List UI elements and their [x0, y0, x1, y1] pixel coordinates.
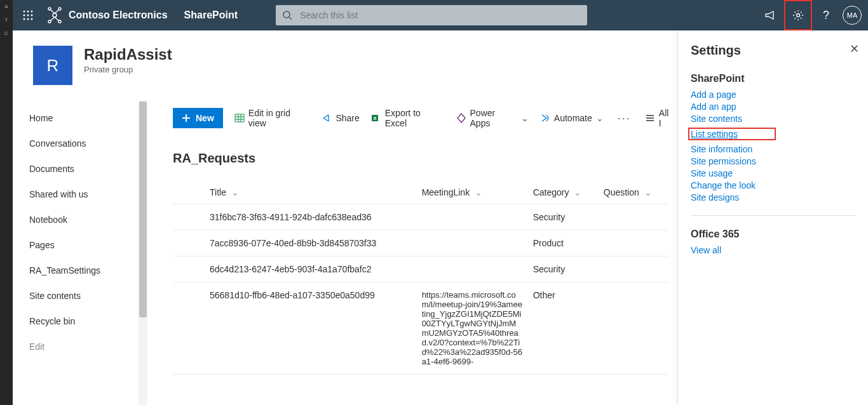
svg-point-5 — [31, 15, 33, 17]
chevron-down-icon: ⌄ — [596, 113, 604, 123]
list-title: RA_Requests — [173, 151, 661, 166]
command-bar: New Edit in grid view Share X Export to … — [160, 100, 674, 136]
close-icon[interactable]: ✕ — [850, 42, 859, 56]
table-row[interactable]: 31f6bc78-3f63-4911-924b-dafc638ead36Secu… — [173, 204, 668, 230]
svg-rect-16 — [235, 114, 244, 122]
cell-category[interactable]: Security — [528, 204, 599, 230]
chevron-down-icon: ⌄ — [229, 187, 239, 197]
list-table: Title ⌄ MeetingLink ⌄ Category ⌄ Questio… — [173, 181, 668, 375]
search-input[interactable] — [299, 10, 581, 21]
svg-point-1 — [27, 11, 29, 13]
edit-grid-button[interactable]: Edit in grid view — [234, 108, 311, 128]
share-button[interactable]: Share — [322, 113, 359, 123]
col-category[interactable]: Category ⌄ — [528, 181, 599, 204]
automate-label: Automate — [554, 113, 592, 123]
brand-logo-icon — [46, 6, 64, 24]
svg-point-3 — [24, 15, 25, 17]
site-logo[interactable]: R — [33, 46, 72, 85]
link-site-designs[interactable]: Site designs — [691, 192, 855, 202]
cell-question[interactable] — [599, 256, 668, 282]
power-apps-button[interactable]: Power Apps ⌄ — [456, 108, 529, 128]
search-box[interactable] — [276, 5, 587, 25]
cell-meetinglink[interactable] — [417, 256, 528, 282]
nav-home[interactable]: Home — [29, 105, 147, 131]
svg-point-14 — [283, 11, 290, 18]
view-selector[interactable]: All I — [645, 108, 674, 128]
cell-category[interactable]: Other — [528, 282, 599, 375]
svg-point-8 — [31, 18, 33, 20]
cell-title[interactable]: 6dc4d213-6247-4eb5-903f-4a1a70fbafc2 — [205, 256, 417, 282]
powerapps-icon — [456, 113, 466, 123]
automate-icon — [540, 113, 550, 123]
nav-conversations[interactable]: Conversations — [29, 131, 147, 156]
cell-meetinglink[interactable] — [417, 204, 528, 230]
site-title[interactable]: RapidAssist — [84, 46, 172, 63]
cell-meetinglink[interactable] — [417, 230, 528, 256]
nav-ra-teamsettings[interactable]: RA_TeamSettings — [29, 258, 147, 283]
app-launcher-icon[interactable] — [13, 0, 43, 30]
cell-category[interactable]: Security — [528, 256, 599, 282]
chevron-down-icon: ⌄ — [571, 187, 581, 197]
nav-edit[interactable]: Edit — [29, 334, 147, 359]
link-change-the-look[interactable]: Change the look — [691, 180, 855, 190]
share-icon — [322, 113, 332, 123]
nav-documents[interactable]: Documents — [29, 156, 147, 182]
nav-shared-with-us[interactable]: Shared with us — [29, 182, 147, 207]
user-avatar[interactable]: MA — [843, 6, 862, 25]
svg-point-9 — [53, 13, 57, 17]
svg-point-6 — [24, 18, 25, 20]
edit-grid-label: Edit in grid view — [248, 108, 311, 128]
leftnav-scrollbar[interactable] — [139, 100, 147, 405]
svg-point-2 — [31, 11, 33, 13]
left-navigation: Home Conversations Documents Shared with… — [13, 100, 147, 405]
nav-pages[interactable]: Pages — [29, 232, 147, 258]
search-icon — [282, 10, 292, 20]
link-add-a-page[interactable]: Add a page — [691, 90, 855, 100]
panel-title: Settings — [691, 43, 855, 58]
link-site-usage[interactable]: Site usage — [691, 168, 855, 178]
new-button[interactable]: New — [173, 108, 223, 128]
cell-question[interactable] — [599, 282, 668, 375]
link-site-information[interactable]: Site information — [691, 144, 855, 154]
table-row[interactable]: 56681d10-ffb6-48ed-a107-3350e0a50d99http… — [173, 282, 668, 375]
cell-category[interactable]: Product — [528, 230, 599, 256]
table-row[interactable]: 7acc8936-077e-40ed-8b9b-3d8458703f33Prod… — [173, 230, 668, 256]
col-question[interactable]: Question ⌄ — [599, 181, 668, 204]
nav-notebook[interactable]: Notebook — [29, 207, 147, 232]
cell-question[interactable] — [599, 230, 668, 256]
automate-button[interactable]: Automate ⌄ — [540, 113, 604, 123]
megaphone-icon[interactable] — [756, 0, 784, 30]
svg-point-7 — [27, 18, 29, 20]
cell-question[interactable] — [599, 204, 668, 230]
grid-icon — [234, 113, 245, 123]
nav-site-contents[interactable]: Site contents — [29, 283, 147, 309]
col-title[interactable]: Title ⌄ — [205, 181, 417, 204]
app-name[interactable]: SharePoint — [184, 10, 238, 21]
cell-title[interactable]: 31f6bc78-3f63-4911-924b-dafc638ead36 — [205, 204, 417, 230]
link-add-an-app[interactable]: Add an app — [691, 102, 855, 112]
more-commands-button[interactable]: ··· — [615, 112, 634, 125]
panel-o365-heading: Office 365 — [691, 229, 855, 240]
chevron-down-icon: ⌄ — [472, 187, 482, 197]
cell-title[interactable]: 56681d10-ffb6-48ed-a107-3350e0a50d99 — [205, 282, 417, 375]
svg-point-15 — [797, 14, 800, 17]
link-site-permissions[interactable]: Site permissions — [691, 156, 855, 166]
svg-point-10 — [48, 8, 51, 10]
table-row[interactable]: 6dc4d213-6247-4eb5-903f-4a1a70fbafc2Secu… — [173, 256, 668, 282]
svg-point-13 — [58, 20, 61, 23]
chevron-down-icon: ⌄ — [642, 187, 652, 197]
divider — [691, 215, 855, 216]
link-list-settings[interactable]: List settings — [688, 128, 776, 140]
brand-name[interactable]: Contoso Electronics — [69, 10, 168, 21]
export-excel-button[interactable]: X Export to Excel — [371, 108, 445, 128]
link-view-all[interactable]: View all — [691, 245, 855, 255]
settings-gear-icon[interactable] — [784, 0, 812, 30]
nav-recycle-bin[interactable]: Recycle bin — [29, 309, 147, 334]
plus-icon — [182, 114, 191, 123]
svg-point-12 — [48, 20, 51, 23]
col-meetinglink[interactable]: MeetingLink ⌄ — [417, 181, 528, 204]
cell-title[interactable]: 7acc8936-077e-40ed-8b9b-3d8458703f33 — [205, 230, 417, 256]
help-icon[interactable]: ? — [812, 0, 840, 30]
cell-meetinglink[interactable]: https://teams.microsoft.com/l/meetup-joi… — [417, 282, 528, 375]
link-site-contents[interactable]: Site contents — [691, 114, 855, 124]
